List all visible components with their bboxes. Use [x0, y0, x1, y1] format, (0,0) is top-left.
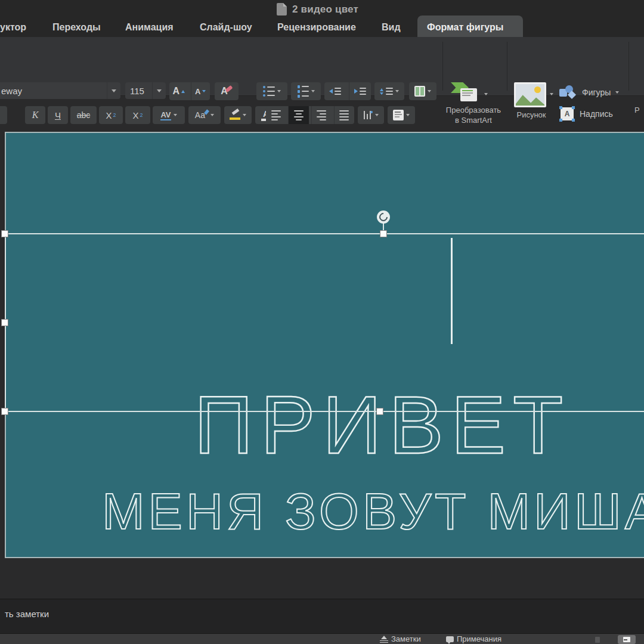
clear-formatting-button[interactable]: A	[215, 82, 239, 100]
strikethrough-button[interactable]: abc	[70, 106, 97, 124]
justify-icon	[339, 110, 349, 120]
align-left-button[interactable]	[266, 106, 286, 124]
grow-font-button[interactable]: A	[169, 82, 188, 100]
insert-picture-button[interactable]: Рисунок	[512, 81, 557, 128]
tab-view[interactable]: Вид	[382, 22, 401, 33]
alignment-group	[266, 106, 354, 124]
font-name-combo[interactable]: eway	[0, 82, 120, 99]
powerpoint-window: 2 видео цвет уктор Переходы Анимация Сла…	[0, 0, 644, 644]
superscript-button[interactable]: X 2	[99, 106, 123, 124]
title-bar: 2 видео цвет	[0, 0, 644, 18]
convert-to-smartart-button[interactable]: Преобразовать в SmartArt	[446, 81, 501, 128]
indent-icon	[354, 89, 358, 94]
highlight-color-button[interactable]	[224, 106, 252, 124]
font-name-value: eway	[0, 86, 107, 96]
selection-border-top[interactable]	[5, 233, 644, 234]
window-title: 2 видео цвет	[292, 4, 358, 16]
align-right-icon	[317, 110, 326, 120]
bullet-list-icon	[263, 86, 275, 97]
tab-transitions[interactable]: Переходы	[52, 22, 101, 33]
text-direction-icon	[364, 111, 373, 119]
columns-icon	[414, 86, 425, 97]
notes-pane[interactable]: ть заметки	[0, 599, 644, 634]
comments-icon	[446, 636, 454, 642]
shapes-label: Фигуры	[582, 88, 611, 97]
tab-review[interactable]: Рецензирование	[277, 22, 356, 33]
resize-handle-top-left[interactable]	[1, 230, 8, 237]
justify-button[interactable]	[334, 106, 354, 124]
resize-handle-top-center[interactable]	[380, 230, 387, 237]
align-text-icon	[393, 110, 404, 120]
smartart-label-line2: в SmartArt	[455, 116, 492, 125]
font-size-stepper: A A	[169, 82, 210, 100]
underline-button[interactable]: Ч	[48, 106, 68, 124]
line-spacing-icon	[380, 88, 383, 95]
align-center-button[interactable]	[288, 106, 308, 124]
title-text-box[interactable]: ПРИВЕТ МЕНЯ ЗОВУТ МИША	[6, 133, 644, 559]
outdent-icon	[329, 89, 333, 94]
grow-font-icon	[181, 90, 185, 93]
notes-icon	[380, 636, 388, 643]
picture-icon	[514, 82, 546, 107]
change-case-button[interactable]: Аа	[188, 106, 221, 124]
subscript-button[interactable]: X 2	[125, 106, 150, 124]
indent-group	[324, 82, 371, 100]
character-spacing-button[interactable]: AV	[153, 106, 185, 124]
font-size-dropdown-icon[interactable]	[152, 82, 166, 99]
resize-handle-bottom-left[interactable]	[1, 408, 8, 415]
normal-view-icon	[623, 637, 630, 642]
textbox-icon: A	[559, 106, 575, 122]
columns-button[interactable]	[409, 82, 436, 100]
text-cursor	[451, 238, 453, 344]
picture-label: Рисунок	[508, 110, 555, 120]
bold-button-cropped[interactable]	[0, 106, 7, 124]
align-right-button[interactable]	[311, 106, 332, 124]
shrink-font-icon	[202, 90, 206, 92]
comments-toggle-label: Примечания	[457, 634, 501, 643]
comments-toggle-button[interactable]: Примечания	[446, 634, 501, 643]
ribbon: eway 115 A A A К Ч abc	[0, 37, 644, 96]
selection-border-bottom[interactable]	[5, 411, 644, 412]
document-icon	[277, 3, 287, 16]
align-center-icon	[294, 110, 304, 120]
slide-canvas: ПРИВЕТ МЕНЯ ЗОВУТ МИША	[5, 132, 644, 558]
resize-handle-middle-left[interactable]	[1, 319, 8, 326]
increase-indent-button[interactable]	[349, 82, 371, 100]
tab-constructor[interactable]: уктор	[0, 22, 26, 33]
notes-toggle-button[interactable]: Заметки	[380, 634, 421, 643]
tab-shape-format[interactable]: Формат фигуры	[427, 22, 503, 33]
tab-slideshow[interactable]: Слайд-шоу	[200, 22, 252, 33]
italic-button[interactable]: К	[25, 106, 45, 124]
notes-toggle-label: Заметки	[391, 634, 421, 643]
shapes-icon	[559, 85, 577, 100]
numbered-list-icon	[298, 85, 309, 98]
smartart-list-icon	[460, 88, 477, 101]
textbox-label: Надпись	[580, 109, 613, 119]
slide-heading-text[interactable]: ПРИВЕТ	[6, 383, 644, 466]
line-spacing-button[interactable]	[374, 82, 404, 100]
textbox-button[interactable]: A Надпись	[559, 105, 625, 123]
rotation-handle[interactable]	[377, 210, 390, 224]
normal-view-button[interactable]	[618, 635, 636, 644]
font-name-dropdown-icon[interactable]	[107, 82, 120, 99]
align-text-button[interactable]	[388, 106, 415, 124]
view-button-partial[interactable]	[595, 637, 600, 643]
tab-animation[interactable]: Анимация	[125, 22, 174, 33]
shapes-button[interactable]: Фигуры	[559, 83, 625, 101]
ribbon-tab-bar: уктор Переходы Анимация Слайд-шоу Реценз…	[0, 18, 644, 38]
font-size-combo[interactable]: 115	[125, 82, 166, 99]
cropped-group-label: Р	[634, 105, 644, 115]
align-left-icon	[271, 110, 281, 120]
status-bar: Заметки Примечания	[0, 633, 644, 644]
resize-handle-bottom-center[interactable]	[376, 408, 383, 415]
numbering-button[interactable]	[291, 82, 321, 100]
font-size-value: 115	[125, 86, 152, 96]
bullets-button[interactable]	[256, 82, 287, 100]
smartart-label-line1: Преобразовать	[446, 106, 501, 114]
slide-subheading-text[interactable]: МЕНЯ ЗОВУТ МИША	[6, 485, 644, 537]
highlighter-icon	[230, 110, 240, 120]
shrink-font-button[interactable]: A	[191, 82, 210, 100]
decrease-indent-button[interactable]	[324, 82, 346, 100]
text-direction-button[interactable]	[358, 106, 384, 124]
notes-placeholder[interactable]: ть заметки	[5, 609, 49, 619]
